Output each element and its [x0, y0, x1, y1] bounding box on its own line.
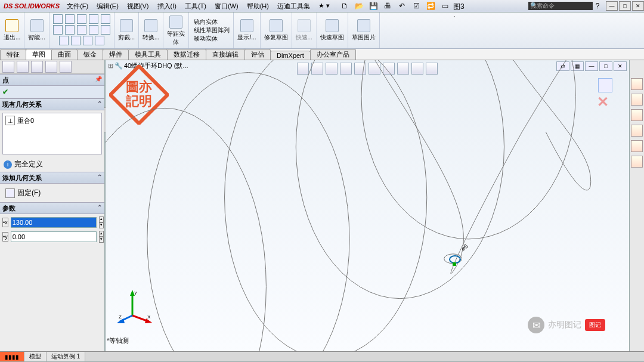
line-icon[interactable] — [53, 14, 63, 24]
fillet-icon[interactable] — [89, 25, 98, 35]
collapse-icon[interactable]: ⌃ — [97, 100, 102, 107]
sketch-point[interactable] — [449, 255, 461, 264]
menu-help[interactable]: 帮助(H) — [243, 1, 273, 11]
task-appear-icon[interactable] — [631, 140, 643, 152]
menu-tools[interactable]: 工具(T) — [181, 1, 210, 11]
treetab-display-icon[interactable] — [60, 61, 72, 73]
pm-add-relations: 添加几何关系⌃ — [0, 172, 104, 184]
smart-dimension-button[interactable]: 智能... — [24, 13, 49, 48]
menu-view[interactable]: 视图(V) — [123, 1, 153, 11]
misc1-icon[interactable] — [83, 36, 92, 45]
slot-icon[interactable] — [65, 25, 75, 35]
collapse2-icon[interactable]: ⌃ — [97, 174, 102, 180]
qat-open-icon[interactable]: 📂 — [352, 0, 366, 12]
menu-window[interactable]: 窗口(W) — [211, 1, 242, 11]
tab-data[interactable]: 数据迁移 — [167, 49, 206, 60]
graphics-viewport[interactable]: ⊞ 🔧 40螺旋手环DHQ (默... ⇄ ▦ — □ ✕ ✕ — [106, 60, 629, 351]
spline-icon[interactable] — [89, 14, 98, 24]
pm-existing-relations: 现有几何关系⌃ — [0, 98, 104, 110]
badge-icon: 图记 — [585, 319, 605, 331]
treetab-dim-icon[interactable] — [45, 61, 57, 73]
tab-evaluate[interactable]: 评估 — [244, 49, 271, 60]
relation-item: ⊥重合0 — [5, 116, 99, 125]
offset-button[interactable]: 等距实体 — [163, 13, 189, 48]
treetab-config-icon[interactable] — [31, 61, 43, 73]
menu-plugin[interactable]: 迈迪工具集 — [274, 1, 314, 11]
misc2-icon[interactable] — [95, 36, 104, 45]
fix-relation-button[interactable]: 固定(F) — [2, 186, 102, 200]
menu-dropdown-icon[interactable]: ★ ▾ — [315, 1, 333, 11]
btab-handle[interactable]: ▮▮▮▮ — [0, 352, 24, 361]
repair-button[interactable]: 修复草图 — [261, 13, 292, 48]
qat-rebuild-icon[interactable]: 🔁 — [424, 0, 437, 12]
btab-model[interactable]: 模型 — [24, 352, 47, 361]
win-close-button[interactable]: ✕ — [632, 1, 644, 11]
win-max-button[interactable]: □ — [619, 1, 631, 11]
param-x-spinner[interactable]: ▲▼ — [99, 216, 104, 228]
command-tabs: 特征 草图 曲面 钣金 焊件 模具工具 数据迁移 直接编辑 评估 DimXper… — [0, 49, 644, 60]
ok-button[interactable]: ✔ — [2, 88, 8, 96]
convert-button[interactable]: 转换... — [139, 13, 163, 48]
menu-file[interactable]: 文件(F) — [63, 1, 92, 11]
text-icon[interactable] — [101, 14, 110, 24]
treetab-pm-icon[interactable] — [17, 61, 29, 73]
pin-icon[interactable]: 📌 — [95, 76, 102, 82]
qat-save-icon[interactable]: 💾 — [367, 0, 380, 12]
menu-insert[interactable]: 插入(I) — [154, 1, 180, 11]
convert-icon — [144, 19, 157, 32]
trim-button[interactable]: 剪裁... — [114, 13, 139, 48]
show-button[interactable]: 显示/... — [234, 13, 260, 48]
channel-watermark: ✉ 亦明图记 图记 — [528, 317, 605, 333]
smart-dim-icon — [30, 19, 44, 32]
rapid-button[interactable]: 快速草图 — [317, 13, 348, 48]
treetab-feature-icon[interactable] — [2, 61, 14, 73]
point-icon[interactable] — [101, 25, 110, 35]
exit-sketch-button[interactable]: 退出... — [0, 13, 24, 48]
pm-parameters: 参数⌃ — [0, 202, 104, 214]
task-home-icon[interactable] — [631, 78, 643, 90]
task-prop-icon[interactable] — [631, 156, 643, 168]
tab-mold[interactable]: 模具工具 — [128, 49, 168, 60]
param-y-input[interactable] — [11, 231, 97, 242]
centerline-icon[interactable] — [71, 36, 80, 45]
task-explorer-icon[interactable] — [631, 109, 643, 121]
task-lib-icon[interactable] — [631, 94, 643, 106]
tab-surface[interactable]: 曲面 — [51, 49, 78, 60]
tab-dimxpert[interactable]: DimXpert — [270, 51, 311, 60]
qat-undo-icon[interactable]: ↶ — [395, 0, 408, 12]
qat-options-icon[interactable]: ☑ — [410, 0, 423, 12]
param-y-spinner[interactable]: ▲▼ — [99, 231, 104, 243]
qat-print-icon[interactable]: 🖶 — [381, 0, 394, 12]
circle-icon[interactable] — [65, 14, 75, 24]
win-min-button[interactable]: — — [606, 1, 618, 11]
arc-icon[interactable] — [77, 14, 86, 24]
insertpic-button[interactable]: 草图图片 — [348, 13, 380, 48]
btab-motion[interactable]: 运动算例 1 — [47, 352, 85, 361]
quick-button[interactable]: 快速... — [292, 13, 317, 48]
tab-sketch[interactable]: 草图 — [26, 49, 52, 60]
ellipse-icon[interactable] — [77, 25, 86, 35]
help-icon[interactable]: ? — [593, 2, 602, 10]
property-manager: 点📌 ✔ 现有几何关系⌃ ⊥重合0 i 完全定义 添加几何关系⌃ 固定(F) 参… — [0, 60, 106, 351]
task-view-icon[interactable] — [631, 125, 643, 137]
tab-office[interactable]: 办公室产品 — [310, 49, 356, 60]
rect-icon[interactable] — [53, 25, 63, 35]
qat-doc-dropdown[interactable]: 草图3 · — [453, 0, 466, 12]
search-input[interactable]: 🔍搜索命令 — [528, 2, 593, 10]
qat-select-icon[interactable]: ▭ — [438, 0, 451, 12]
tab-weldment[interactable]: 焊件 — [103, 49, 129, 60]
svg-text:X: X — [147, 314, 151, 320]
view-triad[interactable]: YXZ — [117, 289, 153, 324]
svg-text:Y: Y — [134, 290, 138, 296]
helix-geometry — [106, 60, 629, 351]
tab-direct[interactable]: 直接编辑 — [206, 49, 245, 60]
relations-list[interactable]: ⊥重合0 — [2, 113, 102, 154]
tab-features[interactable]: 特征 — [0, 49, 26, 60]
rapid-icon — [326, 19, 339, 32]
tab-sheetmetal[interactable]: 钣金 — [77, 49, 103, 60]
param-x-input[interactable] — [11, 217, 97, 228]
qat-new-icon[interactable]: 🗋 — [338, 0, 351, 12]
menu-edit[interactable]: 编辑(E) — [93, 1, 122, 11]
collapse3-icon[interactable]: ⌃ — [97, 204, 102, 211]
poly-icon[interactable] — [59, 36, 69, 45]
